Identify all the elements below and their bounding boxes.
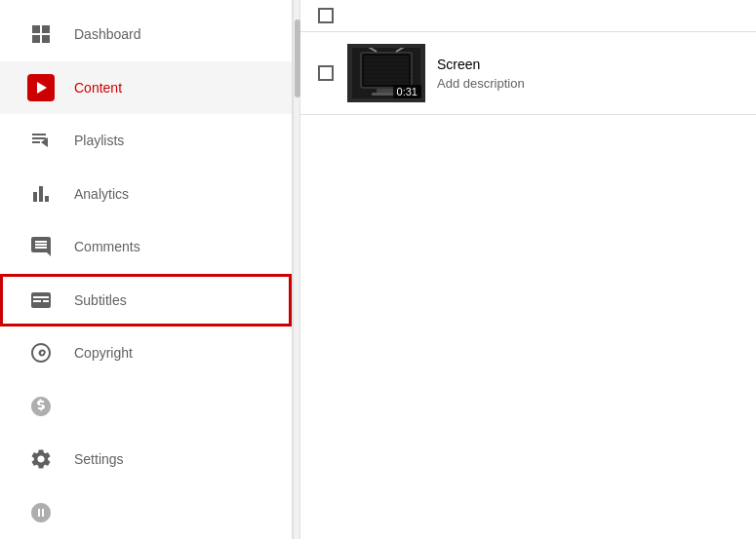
checkbox-wrapper [316,65,336,81]
sidebar-item-subtitles-label: Subtitles [74,292,127,308]
sidebar-item-analytics-label: Analytics [74,186,129,202]
sidebar-item-copyright-label: Copyright [74,345,133,361]
scrollbar-track[interactable] [293,0,300,539]
video-checkbox[interactable] [318,65,334,81]
sidebar-item-more[interactable] [0,486,292,540]
earn-icon [23,395,59,418]
video-item-top-partial [300,0,756,32]
video-duration: 0:31 [393,85,421,98]
sidebar-item-playlists-label: Playlists [74,133,124,148]
sidebar: Dashboard Content Playlists Analytics Co… [0,0,293,539]
main-content: 0:31 Screen Add description [300,0,756,539]
checkbox-top[interactable] [318,8,334,23]
sidebar-item-comments[interactable]: Comments [0,220,292,274]
playlists-icon [23,129,59,152]
sidebar-item-content[interactable]: Content [0,61,292,115]
dashboard-icon [23,22,59,46]
svg-rect-6 [364,56,409,85]
content-play-icon [27,74,55,101]
sidebar-item-dashboard-label: Dashboard [74,26,141,42]
settings-icon [23,447,59,471]
video-description: Add description [437,76,740,91]
video-info: Screen Add description [437,57,740,91]
sidebar-item-analytics[interactable]: Analytics [0,168,292,221]
copyright-icon [23,341,59,365]
table-row: 0:31 Screen Add description [300,32,756,115]
content-icon-wrapper [23,74,59,101]
sidebar-item-playlists[interactable]: Playlists [0,114,292,168]
subtitles-icon [23,289,59,312]
sidebar-item-settings[interactable]: Settings [0,433,292,486]
comments-icon [23,235,59,258]
analytics-icon [23,182,59,206]
more-icon [23,501,59,524]
sidebar-item-settings-label: Settings [74,451,124,467]
sidebar-item-content-label: Content [74,80,122,96]
sidebar-item-subtitles[interactable]: Subtitles [0,274,292,327]
video-title: Screen [437,57,740,72]
sidebar-item-dashboard[interactable]: Dashboard [0,8,292,61]
sidebar-item-copyright[interactable]: Copyright [0,327,292,380]
scrollbar-thumb[interactable] [295,19,300,97]
sidebar-item-comments-label: Comments [74,239,140,254]
checkbox-top-wrapper [316,8,336,23]
video-thumbnail-wrapper: 0:31 [347,44,425,102]
sidebar-item-earn[interactable] [0,380,292,434]
video-list: 0:31 Screen Add description [300,0,756,115]
